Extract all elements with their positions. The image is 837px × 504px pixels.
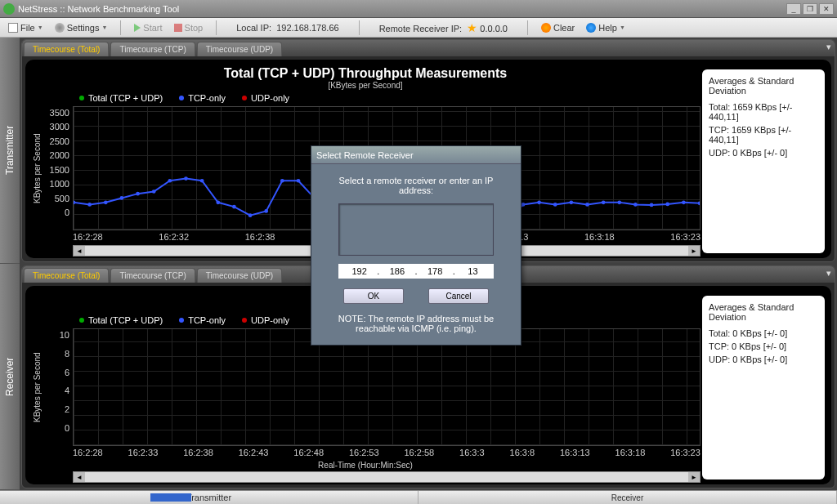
settings-menu[interactable]: Settings▼ <box>50 21 113 34</box>
svg-point-13 <box>280 179 284 183</box>
svg-point-34 <box>617 200 621 204</box>
svg-point-8 <box>200 179 204 183</box>
tab-timecourse-total[interactable]: Timecourse (Total) <box>24 268 109 283</box>
svg-point-29 <box>537 200 541 204</box>
rx-plot-area <box>73 328 700 446</box>
file-menu[interactable]: File▼ <box>3 21 48 34</box>
legend-dot-total <box>79 96 84 100</box>
ok-button[interactable]: OK <box>343 288 404 304</box>
legend-dot-tcp <box>179 96 184 100</box>
svg-point-0 <box>74 200 75 204</box>
svg-point-1 <box>87 203 92 207</box>
panel-menu-icon[interactable]: ▾ <box>826 42 831 52</box>
panel-menu-icon[interactable]: ▾ <box>826 268 831 279</box>
svg-point-2 <box>104 200 108 204</box>
receiver-listbox[interactable] <box>338 203 494 256</box>
dialog-title: Select Remote Receiver <box>311 146 521 164</box>
sidebar-transmitter: Transmitter <box>0 38 20 264</box>
y-axis-label: KBytes per Second <box>30 106 43 230</box>
tab-timecourse-total[interactable]: Timecourse (Total) <box>24 42 109 56</box>
select-remote-receiver-dialog: Select Remote Receiver Select a remote r… <box>311 145 521 346</box>
rx-stats-box: Averages & Standard Deviation Total: 0 K… <box>702 296 825 479</box>
legend-dot-total <box>79 318 84 323</box>
svg-point-12 <box>264 209 268 213</box>
dialog-prompt: Select a remote receiver or enter an IP … <box>326 176 506 195</box>
stat-udp: UDP: 0 KBps [+/- 0] <box>709 355 818 364</box>
remote-ip-label: Remote Receiver IP: ★ 0.0.0.0 <box>379 21 508 34</box>
svg-point-7 <box>184 176 188 181</box>
window-title: NetStress :: Network Benchmarking Tool <box>18 4 179 14</box>
play-icon <box>134 24 141 32</box>
legend-dot-udp <box>242 318 247 323</box>
svg-point-6 <box>168 179 172 183</box>
svg-point-4 <box>136 192 140 196</box>
svg-point-37 <box>665 203 669 207</box>
svg-point-33 <box>602 200 606 204</box>
svg-point-30 <box>553 203 557 207</box>
dialog-note: NOTE: The remote IP address must be reac… <box>326 314 506 333</box>
svg-point-35 <box>633 203 638 207</box>
stat-tcp: TCP: 0 KBps [+/- 0] <box>709 341 818 351</box>
clear-icon <box>541 23 551 33</box>
y-ticks: 3500300025002000150010005000 <box>43 106 73 230</box>
window-titlebar: NetStress :: Network Benchmarking Tool _… <box>0 0 837 18</box>
chart-legend: Total (TCP + UDP) TCP-only UDP-only <box>79 93 700 103</box>
status-receiver: Receiver <box>418 491 837 504</box>
local-ip-label: Local IP: 192.168.178.66 <box>236 23 338 33</box>
svg-point-28 <box>521 203 526 207</box>
y-axis-label: KBytes per Second <box>30 328 43 446</box>
stop-icon <box>174 24 182 32</box>
x-ticks: 16:2:2816:2:3316:2:3816:2:4316:2:4816:2:… <box>30 446 700 459</box>
stats-header: Averages & Standard Deviation <box>709 76 818 96</box>
stat-udp: UDP: 0 KBps [+/- 0] <box>709 148 818 158</box>
svg-point-3 <box>120 196 124 200</box>
chart-scrollbar[interactable]: ◄► <box>73 471 700 483</box>
tab-timecourse-udp[interactable]: Timecourse (UDP) <box>197 268 282 283</box>
stat-total: Total: 1659 KBps [+/- 440,11] <box>709 102 818 122</box>
sidebar-receiver: Receiver <box>0 264 20 490</box>
stat-total: Total: 0 KBps [+/- 0] <box>709 328 818 338</box>
tx-stats-box: Averages & Standard Deviation Total: 165… <box>702 69 825 253</box>
chart-subtitle: [KBytes per Second] <box>30 81 700 90</box>
section-sidebar: Transmitter Receiver <box>0 38 20 490</box>
progress-indicator <box>150 493 191 502</box>
status-bar: Transmitter Receiver <box>0 490 837 504</box>
ip-address-input[interactable]: 192. 186. 178. 13 <box>338 264 494 279</box>
svg-point-31 <box>570 200 574 204</box>
stat-tcp: TCP: 1659 KBps [+/- 440,11] <box>709 125 818 145</box>
status-transmitter: Transmitter <box>0 491 418 504</box>
maximize-button[interactable]: ❐ <box>803 3 817 15</box>
help-menu[interactable]: Help▼ <box>581 21 630 34</box>
stop-button[interactable]: Stop <box>169 21 208 34</box>
y-ticks: 1086420 <box>43 328 73 446</box>
tab-timecourse-tcp[interactable]: Timecourse (TCP) <box>110 268 195 283</box>
minimize-button[interactable]: _ <box>786 3 801 15</box>
tab-timecourse-udp[interactable]: Timecourse (UDP) <box>197 42 282 56</box>
svg-point-39 <box>698 201 700 205</box>
legend-dot-udp <box>242 96 247 100</box>
file-icon <box>8 23 18 33</box>
svg-point-32 <box>585 203 589 207</box>
svg-point-11 <box>248 213 253 217</box>
help-icon <box>586 23 596 33</box>
tab-timecourse-tcp[interactable]: Timecourse (TCP) <box>110 42 195 56</box>
gear-icon <box>55 23 65 33</box>
stats-header: Averages & Standard Deviation <box>709 302 818 322</box>
close-button[interactable]: ✕ <box>819 3 834 15</box>
svg-point-10 <box>232 205 236 209</box>
x-axis-label: Real-Time (Hour:Min:Sec) <box>30 461 700 470</box>
clear-button[interactable]: Clear <box>536 21 580 34</box>
cancel-button[interactable]: Cancel <box>428 288 489 304</box>
app-icon <box>3 3 15 15</box>
star-icon: ★ <box>467 21 477 34</box>
main-toolbar: File▼ Settings▼ Start Stop Local IP: 192… <box>0 18 837 38</box>
svg-point-14 <box>297 179 301 183</box>
svg-point-5 <box>152 190 156 194</box>
svg-point-9 <box>216 200 220 204</box>
svg-point-36 <box>650 203 654 207</box>
chart-title: Total (TCP + UDP) Throughput Measurement… <box>30 66 700 81</box>
legend-dot-tcp <box>179 318 184 323</box>
svg-point-38 <box>682 200 686 204</box>
start-button[interactable]: Start <box>129 21 167 34</box>
